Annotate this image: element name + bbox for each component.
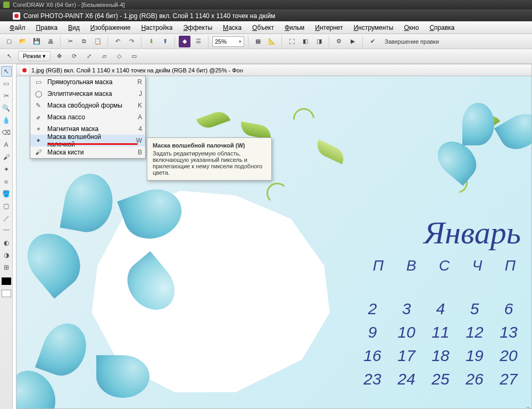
finish-edit-button[interactable]: ✔	[367, 36, 378, 47]
grid-button[interactable]: ▦	[252, 36, 264, 47]
text-tool[interactable]: A	[1, 140, 12, 150]
flyout-shortcut: 4	[134, 125, 142, 133]
menu-фильм[interactable]: Фильм	[280, 22, 309, 33]
print-button[interactable]: 🖶	[45, 36, 56, 47]
menu-настройка[interactable]: Настройка	[137, 22, 177, 33]
fill-tool[interactable]: 🪣	[1, 189, 12, 199]
menu-вид[interactable]: Вид	[64, 22, 84, 33]
paste-button[interactable]: 📋	[92, 36, 104, 47]
flyout-item[interactable]: ▭Прямоугольная маскаR	[30, 76, 145, 88]
day-cell: 12	[462, 323, 487, 341]
calendar-grid: 2345691011121316171819202324252627	[360, 300, 521, 388]
zoom-combo[interactable]: 25%	[212, 36, 244, 47]
foreground-swatch[interactable]	[2, 277, 11, 285]
day-cell: 13	[496, 323, 521, 341]
mask-icon: ◯	[34, 90, 43, 97]
redo-button[interactable]: ↷	[126, 36, 137, 47]
flyout-shortcut: J	[134, 90, 142, 97]
day-cell: 20	[496, 347, 521, 365]
mask-tool-flyout[interactable]: ▭Прямоугольная маскаR◯Эллиптическая маск…	[30, 76, 146, 159]
swirl-decor	[289, 104, 319, 134]
launch-button[interactable]: ▶	[347, 36, 359, 47]
line-tool[interactable]: ／	[1, 213, 12, 224]
mask-icon: ⌖	[34, 125, 43, 133]
menu-окно[interactable]: Окно	[400, 22, 423, 33]
app-button[interactable]: ◆	[179, 36, 190, 47]
fullscreen-button[interactable]: ⛶	[286, 36, 297, 47]
cut-button[interactable]: ✂	[64, 36, 76, 47]
effect-tool[interactable]: ✦	[1, 164, 12, 175]
day-cell: 17	[394, 347, 419, 365]
save-button[interactable]: 💾	[31, 36, 43, 47]
watermark: osa-dizain.livemaster.ru	[524, 406, 530, 409]
mask-rect-tool[interactable]: ▭	[1, 78, 12, 89]
flower-cluster	[27, 156, 165, 295]
flyout-item[interactable]: ✎Маска свободной формыK	[30, 100, 145, 111]
transparency-tool[interactable]: ◑	[1, 250, 12, 260]
day-cell: 11	[428, 323, 453, 341]
coreldraw-icon	[3, 2, 10, 8]
day-head: Ч	[467, 257, 488, 274]
day-cell: 27	[496, 370, 521, 388]
image-slice-tool[interactable]: ⊞	[1, 262, 12, 273]
scale-icon[interactable]: ⤢	[84, 51, 95, 62]
rotate-icon[interactable]: ⟳	[69, 51, 80, 62]
mode-dropdown[interactable]: Режим ▾	[18, 51, 51, 61]
brush-tool[interactable]: 🖌	[1, 152, 12, 162]
undo-button[interactable]: ↶	[112, 36, 123, 47]
background-swatch[interactable]	[2, 290, 11, 297]
document-tab[interactable]: 1.jpg (RGB) вкл. Слой 1 1140 x 1140 точе…	[16, 64, 532, 76]
flower-cluster	[441, 92, 526, 177]
day-cell: 9	[360, 323, 385, 341]
welcome-button[interactable]: ☰	[193, 36, 204, 47]
outer-titlebar: CorelDRAW X6 (64 бит) - [Безымянный-4]	[0, 0, 532, 10]
mask-icon: 🖌	[34, 149, 43, 156]
shadow-tool[interactable]: ◐	[1, 238, 12, 248]
path-tool[interactable]: 〰	[1, 225, 12, 236]
crop-tool[interactable]: ✂	[1, 91, 12, 101]
flyout-item[interactable]: ⸙Маска лассоA	[30, 111, 145, 123]
flyout-label: Маска волшебной палочкой	[47, 133, 129, 148]
doc-icon	[21, 67, 28, 74]
menu-маска[interactable]: Маска	[219, 22, 246, 33]
pick-tool-icon[interactable]: ↖	[3, 51, 15, 62]
mask2-button[interactable]: ◨	[313, 36, 325, 47]
menu-объект[interactable]: Объект	[248, 22, 278, 33]
move-icon[interactable]: ✥	[54, 51, 65, 62]
tooltip-body: Задать редактируемую область, включающую…	[153, 150, 266, 176]
skew-icon[interactable]: ▱	[98, 51, 110, 62]
copy-button[interactable]: ⧉	[78, 36, 90, 47]
shape-tool[interactable]: ▢	[1, 201, 12, 211]
pick-tool[interactable]: ↖	[1, 66, 12, 77]
day-cell: 19	[462, 347, 487, 365]
clone-tool[interactable]: ⍟	[1, 176, 12, 187]
import-button[interactable]: ⬇	[145, 36, 157, 47]
menu-файл[interactable]: Файл	[5, 22, 30, 33]
eyedropper-tool[interactable]: 💧	[1, 115, 12, 126]
inner-title-text: Corel PHOTO-PAINT X6 (64 бит) - 1.jpg (R…	[23, 12, 275, 20]
ruler-button[interactable]: 📐	[266, 36, 278, 47]
mask-button[interactable]: ◧	[300, 36, 311, 47]
flyout-label: Маска лассо	[47, 113, 129, 121]
open-button[interactable]: 📂	[17, 36, 29, 47]
leaf-decor	[313, 139, 348, 164]
day-cell: 16	[360, 347, 385, 365]
export-button[interactable]: ⬆	[159, 36, 171, 47]
menu-изображение[interactable]: Изображение	[86, 22, 135, 33]
menu-правка[interactable]: Правка	[32, 22, 62, 33]
options-button[interactable]: ⚙	[333, 36, 345, 47]
eraser-tool[interactable]: ⌫	[1, 127, 12, 138]
flyout-item[interactable]: 🖌Маска кистиB	[30, 146, 145, 158]
mask-icon: ⸙	[34, 113, 43, 121]
menu-интернет[interactable]: Интернет	[311, 22, 347, 33]
menu-эффекты[interactable]: Эффекты	[179, 22, 217, 33]
flyout-label: Эллиптическая маска	[47, 90, 129, 97]
menu-инструменты[interactable]: Инструменты	[350, 22, 398, 33]
mask-icon: ▭	[34, 78, 43, 86]
menu-справка[interactable]: Справка	[425, 22, 459, 33]
perspective-icon[interactable]: ▭	[128, 51, 140, 62]
zoom-tool[interactable]: 🔍	[1, 103, 12, 113]
new-button[interactable]: ▢	[3, 36, 15, 47]
distort-icon[interactable]: ◇	[113, 51, 125, 62]
flyout-item[interactable]: ◯Эллиптическая маскаJ	[30, 88, 145, 100]
